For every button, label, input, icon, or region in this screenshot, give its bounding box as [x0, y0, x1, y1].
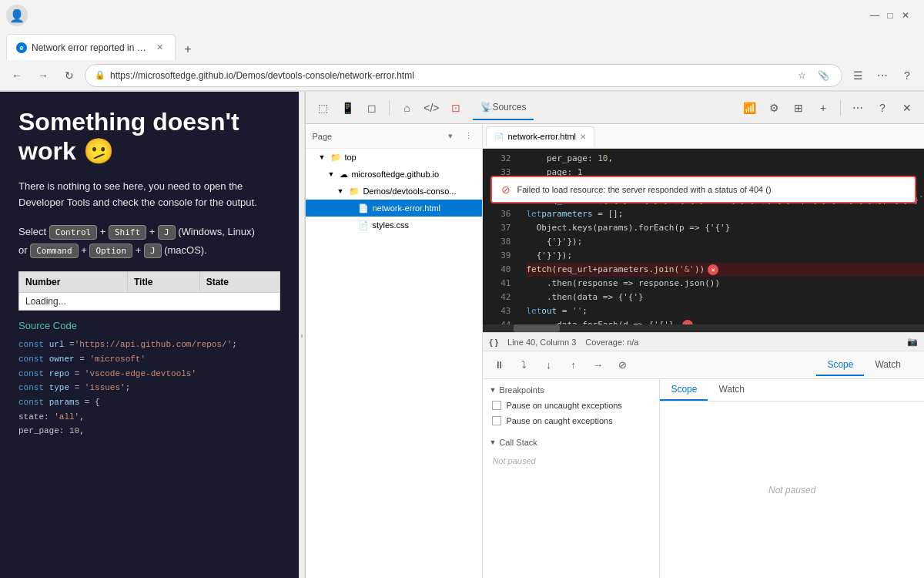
shift-key: Shift: [109, 225, 146, 240]
bp-checkbox-uncaught[interactable]: [492, 401, 501, 410]
table-row-loading: Loading...: [19, 293, 280, 311]
file-tree: ▼ 📁 top ▼ ☁ microsoftedge.github.io ▼ 📁 …: [306, 149, 482, 578]
editor-tab-close[interactable]: ✕: [580, 133, 586, 141]
tree-label-github: microsoftedge.github.io: [351, 170, 439, 179]
step-over-btn[interactable]: ⤵: [514, 355, 534, 375]
browser-tab-active[interactable]: e Network error reported in Conso ✕: [6, 34, 176, 60]
editor-content[interactable]: ⊘ Failed to load resource: the server re…: [483, 149, 924, 332]
page-paragraph: There is nothing to see here, you need t…: [18, 179, 280, 211]
step-into-btn[interactable]: ↓: [538, 355, 558, 375]
devtools-panel: ⬚ 📱 ◻ ⌂ </> ⊡ 📡 Sources 📶 ⚙ ⊞ + ⋯ ? ✕: [305, 92, 924, 578]
scope-tab[interactable]: Scope: [816, 355, 864, 376]
step-btn[interactable]: →: [588, 355, 608, 375]
code-line-42: .then(data => {'{'}: [526, 291, 924, 304]
devtools-toolbar: ⬚ 📱 ◻ ⌂ </> ⊡ 📡 Sources 📶 ⚙ ⊞ + ⋯ ? ✕: [306, 92, 924, 124]
tab-close-button[interactable]: ✕: [153, 42, 166, 54]
sw-tabs-header: Scope Watch: [660, 379, 924, 402]
code-line-36: let parameters = [];: [526, 207, 924, 221]
settings-btn[interactable]: ⚙: [763, 97, 785, 119]
close-button[interactable]: ✕: [899, 9, 912, 22]
tree-item-demos[interactable]: ▼ 📁 Demos/devtools-conso...: [306, 183, 482, 200]
footer-screenshot-btn[interactable]: 📷: [907, 337, 918, 347]
error-btn[interactable]: ⊡: [445, 97, 467, 119]
watch-tab[interactable]: Watch: [864, 355, 912, 376]
or-label: or: [18, 244, 28, 256]
device-mode-button[interactable]: 📱: [336, 97, 358, 119]
select-label: Select: [18, 226, 46, 237]
source-code-block: const url ='https://api.github.com/repos…: [18, 338, 280, 439]
sidebar-dropdown-btn[interactable]: ▾: [443, 129, 458, 144]
add-panel-btn[interactable]: +: [812, 97, 834, 119]
html-file-icon: 📄: [358, 203, 369, 213]
step-out-btn[interactable]: ↑: [563, 355, 583, 375]
more-tools-btn[interactable]: ⋯: [847, 97, 869, 119]
sidebar-button[interactable]: ☰: [847, 65, 869, 86]
deactivate-btn[interactable]: ⊘: [612, 355, 632, 375]
bp-item-uncaught: Pause on uncaught exceptions: [483, 398, 659, 413]
pause-btn[interactable]: ⏸: [489, 355, 509, 375]
bp-checkbox-caught[interactable]: [492, 416, 501, 425]
scope-tab-header[interactable]: Scope: [660, 379, 708, 401]
sidebar-more-btn[interactable]: ⋮: [460, 129, 476, 144]
debugger-controls: ⏸ ⤵ ↓ ↑ → ⊘ Scope Watch: [483, 351, 924, 378]
help-dt-btn[interactable]: ?: [872, 97, 893, 119]
collections-button[interactable]: 📎: [814, 66, 832, 85]
footer-line-col: Line 40, Column 3: [507, 338, 576, 347]
close-dt-btn[interactable]: ✕: [896, 97, 918, 119]
call-stack-header[interactable]: ▼ Call Stack: [483, 435, 659, 450]
call-stack-section: ▼ Call Stack Not paused: [483, 432, 659, 475]
bp-uncaught-label: Pause on uncaught exceptions: [506, 401, 621, 410]
elements-panel-button[interactable]: ◻: [361, 97, 383, 119]
watch-tab-header[interactable]: Watch: [708, 379, 755, 401]
new-tab-button[interactable]: +: [177, 39, 199, 60]
address-bar-row: ← → ↻ 🔒 https://microsoftedge.github.io/…: [0, 60, 924, 91]
bottom-panel: ▼ Breakpoints Pause on uncaught exceptio…: [483, 378, 924, 578]
code-line-1: const url ='https://api.github.com/repos…: [18, 338, 280, 352]
footer-coverage: Coverage: n/a: [585, 338, 638, 347]
error-message-text: Failed to load resource: the server resp…: [517, 185, 771, 194]
more-button[interactable]: ⋯: [872, 65, 893, 86]
back-button[interactable]: ←: [6, 65, 28, 86]
forward-button[interactable]: →: [32, 65, 54, 86]
split-btn[interactable]: ⊞: [788, 97, 809, 119]
scope-watch-area: Scope Watch Not paused: [660, 379, 924, 578]
code-line-39: {'}'});: [526, 249, 924, 263]
j-key-2: J: [144, 244, 162, 258]
tab-sources[interactable]: 📡 Sources: [473, 96, 534, 120]
code-line-43: let out = '';: [526, 304, 924, 318]
sources-label: Sources: [492, 102, 526, 113]
col-state: State: [199, 272, 280, 293]
url-text: https://microsoftedge.github.io/Demos/de…: [110, 70, 788, 81]
address-bar[interactable]: 🔒 https://microsoftedge.github.io/Demos/…: [85, 64, 842, 87]
data-table: Number Title State Loading...: [18, 271, 280, 311]
tree-item-styles[interactable]: 📄 styles.css: [306, 217, 482, 234]
source-code-label: Source Code: [18, 320, 280, 331]
tab-favicon: e: [16, 42, 27, 53]
folder-icon-demos: 📁: [349, 187, 360, 197]
editor-tab-network-error[interactable]: 📄 network-error.html ✕: [486, 126, 594, 146]
maximize-button[interactable]: □: [884, 9, 896, 22]
inspect-element-button[interactable]: ⬚: [312, 97, 333, 119]
user-avatar[interactable]: 👤: [6, 5, 28, 26]
tab-title: Network error reported in Conso: [32, 42, 149, 53]
tree-item-network-error[interactable]: 📄 network-error.html: [306, 200, 482, 217]
star-button[interactable]: ☆: [792, 66, 811, 85]
breakpoints-section: ▼ Breakpoints Pause on uncaught exceptio…: [483, 379, 659, 432]
back-nav-dt[interactable]: ⌂: [396, 97, 417, 119]
lock-icon: 🔒: [95, 70, 105, 80]
help-button[interactable]: ?: [896, 65, 918, 86]
breakpoints-header[interactable]: ▼ Breakpoints: [483, 382, 659, 398]
sources-icon: 📡: [480, 102, 492, 113]
resize-handle[interactable]: • • • •: [299, 92, 305, 578]
reload-button[interactable]: ↻: [59, 65, 80, 86]
call-stack-not-paused: Not paused: [483, 450, 659, 472]
code-line-7: per_page: 10,: [18, 424, 280, 439]
ctrl-key: Control: [49, 225, 97, 240]
minimize-button[interactable]: —: [869, 9, 881, 22]
tree-item-github[interactable]: ▼ ☁ microsoftedge.github.io: [306, 166, 482, 183]
tree-item-top[interactable]: ▼ 📁 top: [306, 149, 482, 166]
address-actions: ☆ 📎: [792, 66, 832, 85]
code-btn[interactable]: </>: [420, 97, 442, 119]
wifi-btn[interactable]: 📶: [738, 97, 760, 119]
editor-tab-icon: 📄: [494, 133, 504, 141]
